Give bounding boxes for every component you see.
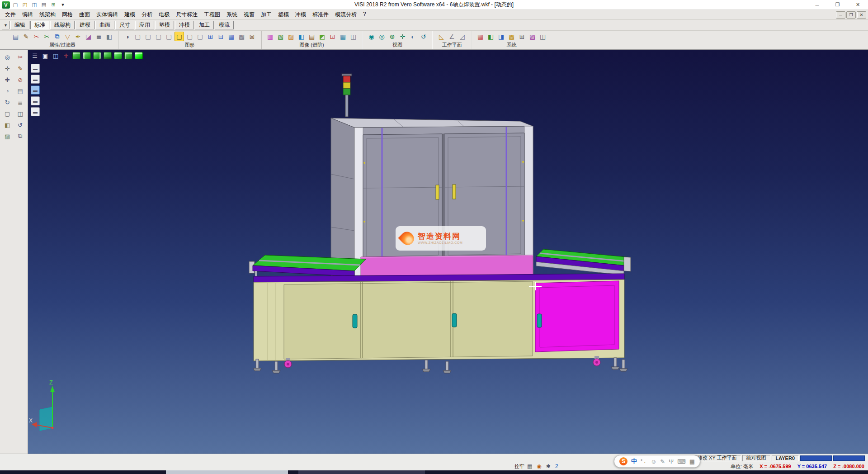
zoom-all-icon[interactable]: ◉ (367, 32, 376, 41)
render-lime-icon[interactable]: ◩ (317, 32, 327, 41)
pattern-icon[interactable]: ▩ (237, 32, 246, 41)
render-brown-icon[interactable]: ▤ (307, 32, 316, 41)
copy-tool-icon[interactable]: ◫ (14, 109, 26, 118)
magenta-grid-icon[interactable]: ▨ (528, 32, 537, 41)
hatch-tool-icon[interactable]: ▨ (2, 131, 13, 141)
render-blue-icon[interactable]: ◧ (297, 32, 306, 41)
color-grid-icon[interactable]: ▦ (476, 32, 485, 41)
tab-10[interactable]: 模流 (215, 21, 234, 29)
delete-tool-icon[interactable]: ⊘ (14, 75, 26, 85)
select-filter-face[interactable]: ▬ (31, 85, 40, 95)
edge-display-icon[interactable]: ▢ (133, 32, 142, 41)
dynamic-display-icon[interactable]: ▢ (195, 32, 205, 41)
ramp-icon[interactable]: ◫ (538, 32, 547, 41)
tab-6[interactable]: 应用 (135, 21, 154, 29)
mdi-close-button[interactable]: ✕ (857, 11, 866, 19)
tab-0[interactable]: 编辑 (10, 21, 29, 29)
cells-icon[interactable]: ▦ (226, 32, 236, 41)
pencil-filter-icon[interactable]: ✒ (73, 32, 83, 41)
menu-item-0[interactable]: 文件 (2, 10, 19, 19)
tab-5[interactable]: 尺寸 (115, 21, 134, 29)
print-icon[interactable]: ▤ (40, 1, 48, 9)
split-view-icon[interactable]: ◫ (52, 51, 60, 60)
menu-item-14[interactable]: 塑模 (275, 10, 292, 19)
front-view-icon[interactable] (83, 52, 91, 59)
menu-item-8[interactable]: 电极 (156, 10, 173, 19)
rotate-view-icon[interactable]: ◐ (408, 32, 418, 41)
right-conveyor[interactable] (536, 249, 631, 275)
render-cyan-icon[interactable]: ▦ (338, 32, 348, 41)
menu-item-7[interactable]: 分析 (138, 10, 156, 19)
workplane-icon[interactable]: ◺ (437, 32, 446, 41)
tab-4[interactable]: 曲面 (95, 21, 114, 29)
grid-gold-icon[interactable]: ▩ (507, 32, 516, 41)
layer-indicator[interactable]: LAYER0 (772, 455, 799, 461)
filter-cut-red-icon[interactable]: ✂ (32, 32, 41, 41)
menu-item-15[interactable]: 冲模 (292, 10, 309, 19)
render-gray-icon[interactable]: ◫ (349, 32, 358, 41)
zoom-in-icon[interactable]: ⊕ (387, 32, 397, 41)
measure-tool-icon[interactable]: ◧ (2, 120, 13, 130)
grid-table-icon[interactable]: ⊞ (206, 32, 215, 41)
view-mode-indicator[interactable]: 绝对视图 (742, 455, 770, 461)
tab-2[interactable]: 线架构 (50, 21, 75, 29)
grid-snap-icon[interactable]: ▦ (527, 463, 532, 469)
filter-cut-green-icon[interactable]: ✂ (42, 32, 52, 41)
filter-edit-icon[interactable]: ✎ (21, 32, 31, 41)
minimize-button[interactable]: ─ (807, 0, 827, 9)
sheet-tool-icon[interactable]: ▤ (14, 86, 26, 96)
save-icon[interactable]: ◫ (30, 1, 38, 9)
mdi-restore-button[interactable]: ❐ (846, 11, 856, 19)
render-bars-icon[interactable]: ▥ (265, 32, 275, 41)
tab-3[interactable]: 建模 (75, 21, 94, 29)
mdi-minimize-button[interactable]: ─ (836, 11, 845, 19)
select-filter-solid[interactable]: ▬ (31, 96, 40, 105)
render-green-icon[interactable]: ▧ (276, 32, 285, 41)
calc-icon[interactable]: ⊞ (517, 32, 527, 41)
ime-toolbox-icon[interactable]: ▦ (689, 458, 695, 465)
tab-9[interactable]: 加工 (195, 21, 214, 29)
tab-overflow-button[interactable]: ▾ (2, 21, 9, 29)
dice-icon[interactable]: ⊠ (247, 32, 257, 41)
dimetric-view-icon[interactable] (135, 52, 143, 59)
properties-icon[interactable]: ▤ (11, 32, 20, 41)
move-tool-icon[interactable]: ✚ (2, 75, 13, 85)
ime-lang-icon[interactable]: 中 (631, 457, 637, 465)
axes-toggle-icon[interactable]: ✛ (62, 51, 70, 60)
trim-tool-icon[interactable]: ✂ (14, 52, 26, 62)
hidden-line-icon[interactable]: ▢ (143, 32, 153, 41)
left-view-icon[interactable] (104, 52, 112, 59)
settings-snap-icon[interactable]: ✱ (546, 463, 551, 469)
top-view-icon[interactable] (93, 52, 101, 59)
menu-item-17[interactable]: 模流分析 (332, 10, 360, 19)
grid-table2-icon[interactable]: ⊟ (216, 32, 226, 41)
view-menu-icon[interactable]: ☰ (31, 51, 39, 60)
orbit-tool-icon[interactable]: ◔ (2, 86, 13, 96)
refresh-tool-icon[interactable]: ↻ (2, 97, 13, 107)
box-tool-icon[interactable]: ▢ (2, 109, 13, 118)
ime-mic-icon[interactable]: Ψ (669, 458, 674, 465)
undo-tool-icon[interactable]: ↺ (14, 120, 26, 130)
menu-item-16[interactable]: 标准件 (309, 10, 332, 19)
select-filter-wire[interactable]: ▬ (31, 75, 40, 84)
menu-item-3[interactable]: 网格 (59, 10, 76, 19)
menu-item-4[interactable]: 曲面 (76, 10, 93, 19)
tab-1[interactable]: 标准 (30, 21, 49, 29)
menu-item-11[interactable]: 系统 (223, 10, 241, 19)
ime-logo-icon[interactable]: S (619, 457, 627, 465)
texture-icon[interactable]: ▢ (185, 32, 194, 41)
ime-pen-icon[interactable]: ✎ (660, 458, 665, 465)
snap-lock-label[interactable]: 拴牢 (514, 463, 524, 470)
osnap-icon[interactable]: ◉ (537, 463, 541, 469)
tab-7[interactable]: 塑模 (155, 21, 174, 29)
close-button[interactable]: ✕ (848, 0, 868, 9)
menu-item-13[interactable]: 加工 (258, 10, 275, 19)
maximize-button[interactable]: ❐ (827, 0, 848, 9)
current-linetype-swatch[interactable] (833, 455, 865, 461)
shading-icon[interactable]: ◑ (123, 32, 132, 41)
mid-panel[interactable] (361, 255, 533, 277)
menu-item-18[interactable]: ? (360, 10, 369, 19)
funnel-icon[interactable]: ▽ (63, 32, 72, 41)
menu-item-6[interactable]: 建模 (121, 10, 138, 19)
right-view-icon[interactable] (114, 52, 122, 59)
